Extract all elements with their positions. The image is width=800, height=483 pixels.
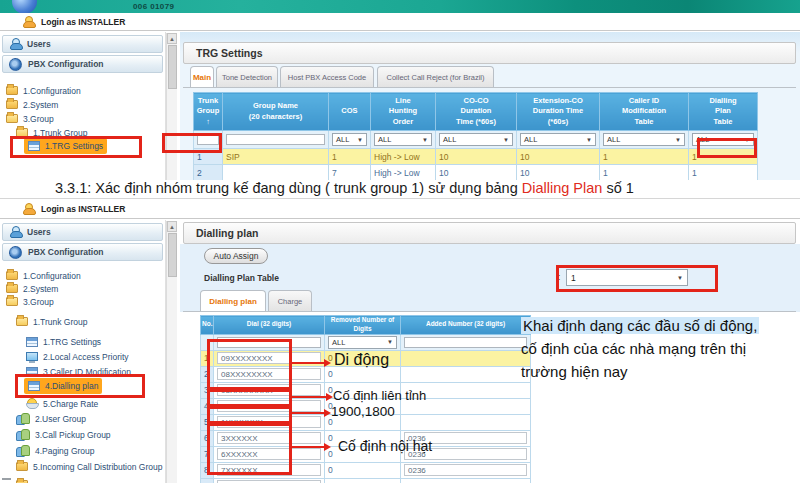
sidebar-item-user-group[interactable]: 2.User Group (16, 411, 86, 426)
tree-expander-icon[interactable] (2, 478, 11, 480)
folder-icon (6, 271, 18, 280)
sidebar-item-group[interactable]: 3.Group (6, 111, 54, 126)
cell-ext-co-duration[interactable]: 10 (517, 165, 600, 181)
cell-cos[interactable]: 7 (329, 165, 371, 181)
tab-label: Dialling plan (209, 297, 257, 306)
tab-host-pbx-access-code[interactable]: Host PBX Access Code (280, 66, 374, 88)
page-title: Dialling plan (183, 222, 796, 244)
sidebar-item-pbx-configuration[interactable]: PBX Configuration (2, 243, 163, 261)
scrollbar-thumb[interactable] (168, 45, 177, 89)
coins-icon (26, 398, 38, 409)
cell-line-hunting[interactable]: High -> Low (371, 165, 436, 181)
annotation-box-intercity-prefix (207, 389, 292, 407)
filter-select-value: ALL (443, 135, 456, 144)
filter-cell: ALL▼ (371, 131, 436, 149)
col-header-cos: COS (329, 93, 371, 131)
sidebar-item-trg-settings[interactable]: 1.TRG Settings (26, 334, 101, 349)
cell-dialling-plan-table[interactable]: 1 (689, 165, 758, 181)
folder-icon (6, 100, 18, 109)
sidebar-item-charge-rate[interactable]: 5.Charge Rate (26, 396, 98, 411)
note-line-2: cố định của các nhà mạng trên thị (521, 340, 746, 357)
col-header-trunk-group[interactable]: Trunk Group ↑ (194, 93, 223, 131)
cell-co-co-duration[interactable]: 10 (436, 149, 517, 165)
filter-input[interactable] (404, 337, 527, 348)
filter-select[interactable]: ALL▼ (520, 133, 596, 146)
filter-cell: ALL▼ (600, 131, 689, 149)
sidebar-item-users[interactable]: Users (2, 223, 163, 241)
cell-cos[interactable]: 1 (329, 149, 371, 165)
cell-removed[interactable]: 0 (325, 462, 401, 478)
sidebar-item-pbx-configuration[interactable]: PBX Configuration (2, 55, 163, 73)
chevron-down-icon: ▼ (422, 137, 428, 143)
col-header-caller-id-modification: Caller ID Modification Table (600, 93, 689, 131)
filter-select[interactable]: ALL▼ (439, 133, 513, 146)
sidebar-item-system[interactable]: 2.System (6, 97, 58, 112)
sidebar-item-label: 3.Group (23, 114, 54, 124)
cell-group-name[interactable] (223, 165, 329, 181)
cell-added[interactable] (401, 350, 531, 366)
tab-label: Tone Detection (222, 73, 272, 82)
arrow-to-intercity (292, 396, 327, 398)
filter-input[interactable] (226, 134, 325, 145)
sidebar-item-partial[interactable] (16, 477, 28, 483)
arrow-to-mobile (292, 362, 325, 364)
cell-caller-id-table[interactable]: 1 (600, 149, 689, 165)
filter-cell: ALL▼ (517, 131, 600, 149)
sidebar-item-call-pickup-group[interactable]: 3.Call Pickup Group (16, 427, 111, 442)
cell-co-co-duration[interactable]: 10 (436, 165, 517, 181)
plan-table-label: Dialling Plan Table (204, 273, 279, 283)
cell-ext-co-duration[interactable]: 10 (517, 149, 600, 165)
sidebar-item-configuration[interactable]: 1.Configuration (6, 83, 81, 98)
sidebar-scrollbar[interactable]: ▲ (166, 33, 177, 180)
filter-select[interactable]: ALL▼ (332, 133, 367, 146)
tab-main[interactable]: Main (190, 66, 214, 88)
annotation-box-plan-table-select (556, 265, 718, 292)
arrowhead-icon (324, 443, 331, 451)
sidebar-item-local-access-priority[interactable]: 2.Local Access Priority (26, 349, 129, 364)
added-field[interactable]: 0236 (404, 464, 527, 476)
sidebar-item-label: 2.Local Access Priority (43, 352, 129, 362)
section-caption: 3.3.1: Xác định nhóm trung kế đang dùng … (55, 180, 634, 196)
sidebar-item-label: 1.TRG Settings (43, 337, 101, 347)
sidebar-item-paging-group[interactable]: 4.Paging Group (16, 443, 95, 458)
annotation-box-mobile-prefixes (207, 339, 292, 390)
arrow-to-local (292, 446, 325, 448)
cell-group-name[interactable]: SIP (223, 149, 329, 165)
sidebar-item-label: 1.Configuration (23, 86, 81, 96)
filter-select-value: ALL (607, 135, 620, 144)
filter-select[interactable]: ALL▼ (374, 133, 432, 146)
cell-removed[interactable]: 0 (325, 478, 401, 483)
tab-tone-detection[interactable]: Tone Detection (216, 66, 278, 88)
annotation-box-dialling-plan-1 (697, 138, 757, 158)
cell-dial (214, 478, 325, 483)
cell-added[interactable] (401, 414, 531, 430)
scrollbar-thumb[interactable] (168, 233, 177, 277)
auto-assign-button[interactable]: Auto Assign (204, 248, 268, 264)
sidebar-item-users[interactable]: Users (2, 35, 163, 53)
tab-label: Collect Call Reject (for Brazil) (387, 73, 485, 82)
sidebar-scrollbar[interactable]: ▲ (166, 221, 177, 483)
scroll-up-button[interactable]: ▲ (167, 221, 177, 232)
tab-collect-call-reject[interactable]: Collect Call Reject (for Brazil) (377, 66, 494, 88)
tab-divider (183, 311, 796, 312)
caption-text: số 1 (602, 180, 633, 196)
cell-added[interactable] (401, 366, 531, 382)
annotation-mobile: Di động (334, 351, 389, 369)
tab-dialling-plan[interactable]: Dialling plan (200, 290, 266, 312)
filter-select[interactable]: ALL▼ (603, 133, 685, 146)
arrowhead-icon (324, 409, 331, 417)
sidebar-item-incoming-call-distribution-group[interactable]: 5.Incoming Call Distribution Group (16, 459, 162, 474)
cell-caller-id-table[interactable]: 1 (600, 165, 689, 181)
filter-select[interactable]: ALL▼ (328, 336, 397, 349)
chevron-down-icon: ▼ (503, 137, 509, 143)
table-row: 9 0 (201, 478, 531, 483)
people-icon (16, 413, 30, 424)
tab-charge[interactable]: Charge (268, 290, 312, 312)
arrowhead-icon (326, 393, 333, 401)
sidebar-item-trunk-group[interactable]: 1.Trunk Group (16, 314, 88, 329)
sidebar-item-group[interactable]: 3.Group (6, 294, 54, 309)
cell-added[interactable] (401, 478, 531, 483)
arrow-to-service (292, 412, 325, 414)
cell-line-hunting[interactable]: High -> Low (371, 149, 436, 165)
scroll-up-button[interactable]: ▲ (167, 33, 177, 44)
